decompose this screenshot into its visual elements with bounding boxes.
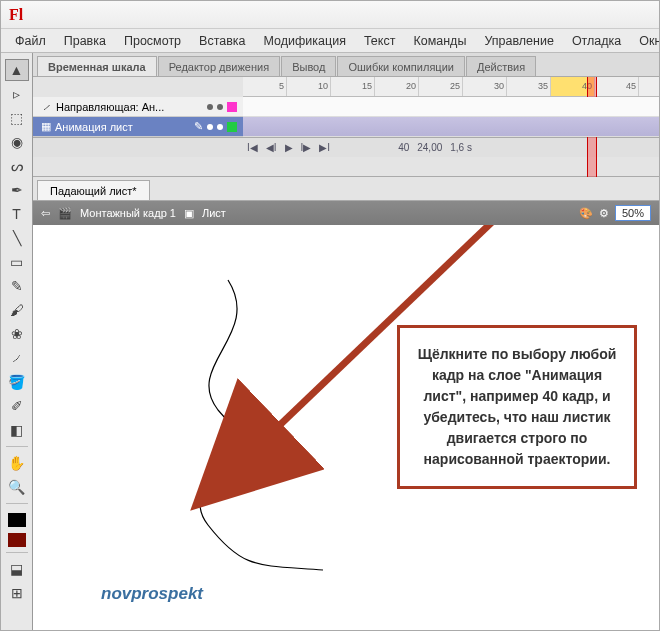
lasso-tool[interactable]: ᔕ <box>5 155 29 177</box>
motion-path <box>33 225 433 630</box>
timeline-panel: 5 10 15 20 25 30 35 40 45 ⟋ Направляющая… <box>33 77 659 177</box>
last-frame-button[interactable]: ▶I <box>319 142 330 153</box>
guide-icon: ⟋ <box>41 101 52 113</box>
stage[interactable]: Щёлкните по выбору любой кадр на слое "А… <box>33 225 659 630</box>
leaf-symbol[interactable] <box>233 435 265 471</box>
edit-scene-icon[interactable]: 🎨 <box>579 207 593 220</box>
menu-file[interactable]: Файл <box>7 32 54 50</box>
pencil-tool[interactable]: ✎ <box>5 275 29 297</box>
eraser-tool[interactable]: ◧ <box>5 419 29 441</box>
breadcrumb-symbol[interactable]: Лист <box>202 207 226 219</box>
edit-symbols-icon[interactable]: ⚙ <box>599 207 609 220</box>
layer-row-anim: ▦ Анимация лист ✎ <box>33 117 659 137</box>
zoom-tool[interactable]: 🔍 <box>5 476 29 498</box>
options-2[interactable]: ⊞ <box>5 582 29 604</box>
3d-rotate-tool[interactable]: ◉ <box>5 131 29 153</box>
layer-animation-track[interactable] <box>243 117 659 137</box>
menu-insert[interactable]: Вставка <box>191 32 253 50</box>
tick-15: 15 <box>331 77 375 96</box>
rect-tool[interactable]: ▭ <box>5 251 29 273</box>
subselect-tool[interactable]: ▹ <box>5 83 29 105</box>
eyedropper-tool[interactable]: ✐ <box>5 395 29 417</box>
menu-edit[interactable]: Правка <box>56 32 114 50</box>
document-tab[interactable]: Падающий лист* <box>37 180 150 200</box>
fps-display: 24,00 <box>417 142 442 153</box>
app-logo: Fl <box>9 6 23 24</box>
brush-tool[interactable]: 🖌 <box>5 299 29 321</box>
scene-bar: ⇦ 🎬 Монтажный кадр 1 ▣ Лист 🎨 ⚙ 50% <box>33 201 659 225</box>
pen-tool[interactable]: ✒ <box>5 179 29 201</box>
fill-swatch[interactable] <box>8 533 26 547</box>
tab-motion-editor[interactable]: Редактор движения <box>158 56 280 76</box>
free-transform-tool[interactable]: ⬚ <box>5 107 29 129</box>
layer-guide-label: Направляющая: Ан... <box>56 101 164 113</box>
line-tool[interactable]: ╲ <box>5 227 29 249</box>
scene-icon: 🎬 <box>58 207 72 220</box>
menu-debug[interactable]: Отладка <box>564 32 629 50</box>
paint-bucket-tool[interactable]: 🪣 <box>5 371 29 393</box>
layer-animation-label: Анимация лист <box>55 121 133 133</box>
back-icon[interactable]: ⇦ <box>41 207 50 220</box>
panel-tabs: Временная шкала Редактор движения Вывод … <box>33 53 659 77</box>
tick-5: 5 <box>243 77 287 96</box>
menu-text[interactable]: Текст <box>356 32 403 50</box>
annotation-text: Щёлкните по выбору любой кадр на слое "А… <box>418 346 617 467</box>
timeline-ruler[interactable]: 5 10 15 20 25 30 35 40 45 <box>243 77 659 97</box>
tick-25: 25 <box>419 77 463 96</box>
options-1[interactable]: ⬓ <box>5 558 29 580</box>
play-button[interactable]: ▶ <box>285 142 293 153</box>
time-display: 1,6 s <box>450 142 472 153</box>
tab-actions[interactable]: Действия <box>466 56 536 76</box>
tick-45: 45 <box>595 77 639 96</box>
zoom-input[interactable]: 50% <box>615 205 651 221</box>
document-tabs: Падающий лист* <box>33 177 659 201</box>
menu-control[interactable]: Управление <box>476 32 562 50</box>
menu-commands[interactable]: Команды <box>405 32 474 50</box>
deco-tool[interactable]: ❀ <box>5 323 29 345</box>
tick-30: 30 <box>463 77 507 96</box>
layer-guide[interactable]: ⟋ Направляющая: Ан... <box>33 97 243 117</box>
hand-tool[interactable]: ✋ <box>5 452 29 474</box>
annotation-box: Щёлкните по выбору любой кадр на слое "А… <box>397 325 637 489</box>
tick-20: 20 <box>375 77 419 96</box>
next-frame-button[interactable]: I▶ <box>301 142 312 153</box>
selection-tool[interactable]: ▲ <box>5 59 29 81</box>
stroke-swatch[interactable] <box>8 513 26 527</box>
current-frame: 40 <box>398 142 409 153</box>
tick-35: 35 <box>507 77 551 96</box>
menu-window[interactable]: Окно <box>631 32 660 50</box>
bone-tool[interactable]: ⟋ <box>5 347 29 369</box>
first-frame-button[interactable]: I◀ <box>247 142 258 153</box>
text-tool[interactable]: T <box>5 203 29 225</box>
toolbox: ▲ ▹ ⬚ ◉ ᔕ ✒ T ╲ ▭ ✎ 🖌 ❀ ⟋ 🪣 ✐ ◧ ✋ 🔍 ⬓ ⊞ <box>1 53 33 630</box>
watermark: novprospekt <box>101 584 203 604</box>
tab-errors[interactable]: Ошибки компиляции <box>337 56 465 76</box>
menu-bar: Файл Правка Просмотр Вставка Модификация… <box>1 29 659 53</box>
prev-frame-button[interactable]: ◀I <box>266 142 277 153</box>
breadcrumb-scene[interactable]: Монтажный кадр 1 <box>80 207 176 219</box>
symbol-icon: ▣ <box>184 207 194 220</box>
layer-animation[interactable]: ▦ Анимация лист ✎ <box>33 117 243 137</box>
menu-modify[interactable]: Модификация <box>256 32 354 50</box>
pencil-icon: ✎ <box>194 120 203 133</box>
layer-icon: ▦ <box>41 120 51 133</box>
timeline-controls: I◀ ◀I ▶ I▶ ▶I 40 24,00 1,6 s <box>33 137 659 157</box>
layer-guide-track[interactable] <box>243 97 659 117</box>
layer-row-guide: ⟋ Направляющая: Ан... <box>33 97 659 117</box>
menu-view[interactable]: Просмотр <box>116 32 189 50</box>
title-bar: Fl <box>1 1 659 29</box>
tab-output[interactable]: Вывод <box>281 56 336 76</box>
tab-timeline[interactable]: Временная шкала <box>37 56 157 76</box>
tick-10: 10 <box>287 77 331 96</box>
